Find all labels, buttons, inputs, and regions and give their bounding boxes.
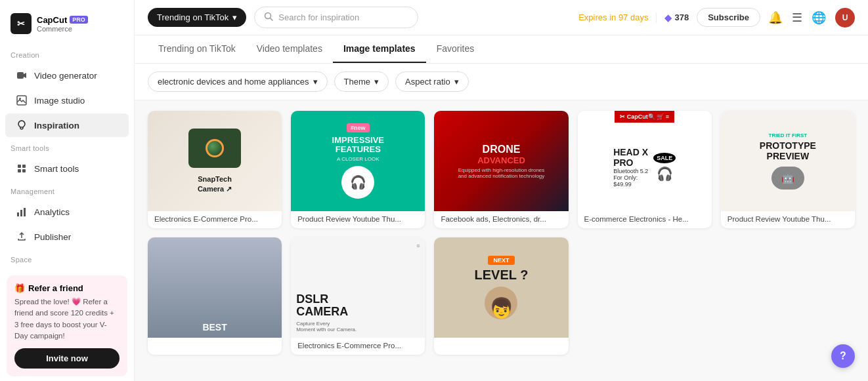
image-studio-icon [16,94,28,106]
template-grid-container: SnapTechCamera ↗ Electronics E-Commerce … [135,100,868,381]
topbar: Trending on TikTok ▾ Search for inspirat… [135,0,868,35]
robot-vacuum-icon: 🤖 [771,167,804,190]
headset-right: SALE 🎧 [653,153,676,182]
template-card-8[interactable]: NEXT LEVEL ? 👦 [434,237,568,355]
card-image: DRONE ADVANCED Equipped with high-resolu… [434,111,568,211]
template-card-2[interactable]: #new IMPRESSIVEFEATURES A CLOSER LOOK 🎧 … [291,111,425,228]
search-bar[interactable]: Search for inspiration [254,7,418,28]
sidebar: ✂ CapCut PRO Commerce Creation Video gen… [0,0,135,381]
tab-favorites[interactable]: Favorites [426,35,485,63]
svg-rect-0 [17,72,24,79]
analytics-icon [16,206,28,218]
headset-info: HEAD XPRO Bluetooth 5.2For Only:$49.99 [613,147,648,188]
hp-sub: A CLOSER LOOK [337,156,379,162]
sidebar-item-label: Publisher [34,232,71,242]
logo-icon: ✂ [11,13,32,34]
dslr-title: DSLRCAMERA [296,293,348,319]
sidebar-item-video-generator[interactable]: Video generator [5,64,129,87]
bell-icon[interactable]: 🔔 [768,10,783,25]
chevron-down-icon: ▾ [454,77,459,87]
sidebar-item-smart-tools[interactable]: Smart tools [5,157,129,180]
chevron-down-icon: ▾ [374,77,379,87]
svg-rect-3 [18,165,21,168]
expires-text: Expires in 97 days [578,12,648,22]
sidebar-item-image-studio[interactable]: Image studio [5,89,129,112]
publisher-icon [16,231,28,243]
headphones-content: #new IMPRESSIVEFEATURES A CLOSER LOOK 🎧 [291,111,425,211]
main-content: Trending on TikTok ▾ Search for inspirat… [135,0,868,381]
face-emoji: 👦 [489,296,513,319]
svg-rect-7 [17,212,19,216]
svg-rect-8 [20,210,22,216]
help-button[interactable]: ? [831,344,855,368]
management-label: Management [0,181,134,199]
robot-emoji: 🤖 [781,172,794,184]
speaker-text: BEST [202,322,227,332]
card-image: ≡ DSLRCAMERA Capture EveryMoment with ou… [291,237,425,338]
subscribe-button[interactable]: Subscribe [697,8,760,27]
svg-rect-5 [18,169,21,172]
svg-rect-4 [22,165,26,168]
drone-title: DRONE [483,144,521,155]
svg-rect-6 [22,169,26,172]
template-card-3[interactable]: DRONE ADVANCED Equipped with high-resolu… [434,111,568,228]
camera-brand-text: SnapTechCamera ↗ [198,174,232,193]
filter-aspect-ratio[interactable]: Aspect ratio ▾ [395,71,469,92]
card-image: #new IMPRESSIVEFEATURES A CLOSER LOOK 🎧 [291,111,425,211]
capcut-logo-bar: ✂ CapCut 🔍 🛒 ≡ [620,113,669,120]
face-avatar: 👦 [485,287,517,319]
trending-dropdown[interactable]: Trending on TikTok ▾ [148,8,246,27]
tab-image-templates[interactable]: Image templates [333,35,426,63]
invite-button[interactable]: Invite now [14,348,119,369]
card-label: Product Review Youtube Thu... [721,211,855,228]
svg-rect-9 [24,208,26,216]
refer-desc: Spread the love! 💗 Refer a friend and sc… [14,296,119,342]
template-grid: SnapTechCamera ↗ Electronics E-Commerce … [148,111,855,355]
next-title: LEVEL ? [475,268,529,281]
filter-category[interactable]: electronic devices and home appliances ▾ [148,71,328,92]
next-badge: NEXT [488,256,514,265]
headphones-emoji: 🎧 [350,174,366,190]
headset-icon: 🎧 [657,166,673,182]
sidebar-item-label: Image studio [34,96,85,106]
proto-title: PROTOTYPEPREVIEW [760,141,816,161]
card-label [148,338,282,347]
video-icon [16,70,28,81]
headset-price: Bluetooth 5.2For Only:$49.99 [613,168,648,188]
avatar[interactable]: U [835,8,855,28]
refer-emoji: 🎁 [14,283,25,293]
refer-title: 🎁 Refer a friend [14,283,119,293]
drone-sub: Equipped with high-resolution dronesand … [458,167,545,179]
sidebar-item-analytics[interactable]: Analytics [5,200,129,224]
search-placeholder: Search for inspiration [278,12,359,22]
sidebar-item-label: Smart tools [34,164,79,174]
menu-icon[interactable]: ☰ [792,10,802,25]
camera-lens [206,139,224,157]
logo: ✂ CapCut PRO Commerce [0,8,134,45]
sidebar-item-publisher[interactable]: Publisher [5,225,129,249]
camera-image [188,129,241,168]
card-label: Electronics E-Commerce Pro... [291,338,425,355]
template-card-7[interactable]: ≡ DSLRCAMERA Capture EveryMoment with ou… [291,237,425,355]
card-label: Facebook ads, Electronics, dr... [434,211,568,228]
tabs: Trending on TikTok Video templates Image… [135,35,868,64]
tab-video-templates[interactable]: Video templates [246,35,333,63]
creation-label: Creation [0,45,134,63]
template-card-4[interactable]: ✂ CapCut 🔍 🛒 ≡ HEAD XPRO Bluetooth 5.2Fo… [578,111,712,228]
sidebar-item-label: Video generator [34,71,97,81]
smart-tools-label: Smart tools [0,138,134,156]
globe-icon[interactable]: 🌐 [812,10,826,25]
template-card-1[interactable]: SnapTechCamera ↗ Electronics E-Commerce … [148,111,282,228]
logo-text: CapCut PRO Commerce [37,15,88,33]
card-image: ✂ CapCut 🔍 🛒 ≡ HEAD XPRO Bluetooth 5.2Fo… [578,111,712,211]
sidebar-item-inspiration[interactable]: Inspiration [5,113,129,137]
card-image: NEXT LEVEL ? 👦 [434,237,568,338]
space-label: Space [0,249,134,268]
template-card-6[interactable]: BEST [148,237,282,355]
tab-trending[interactable]: Trending on TikTok [148,35,246,63]
chevron-down-icon: ▾ [313,77,318,87]
hp-title: IMPRESSIVEFEATURES [332,136,384,155]
filter-theme[interactable]: Theme ▾ [334,71,389,92]
template-card-5[interactable]: TRIED IT FIRST PROTOTYPEPREVIEW 🤖 Produc… [721,111,855,228]
hp-circle: 🎧 [341,166,374,199]
